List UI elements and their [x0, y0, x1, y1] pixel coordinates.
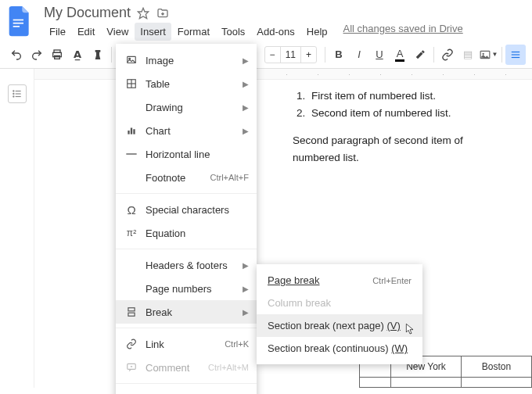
submenu-arrow-icon: ▶: [243, 261, 249, 270]
menu-file[interactable]: File: [44, 23, 71, 41]
break-column-break: Column break: [257, 292, 422, 314]
break-page-break[interactable]: Page breakCtrl+Enter: [257, 269, 422, 292]
svg-rect-24: [131, 128, 132, 134]
underline-icon[interactable]: U: [369, 45, 390, 65]
highlight-icon[interactable]: [410, 45, 430, 65]
insert-menu-page-numbers[interactable]: Page numbers▶: [116, 277, 257, 300]
hline-icon: [122, 152, 141, 156]
insert-menu-headers-footers[interactable]: Headers & footers▶: [116, 253, 257, 277]
insert-menu-horizontal-line[interactable]: Horizontal line: [116, 142, 257, 166]
menu-insert[interactable]: Insert: [135, 23, 171, 41]
svg-rect-0: [13, 20, 23, 21]
svg-rect-23: [128, 131, 129, 134]
list-item[interactable]: First item of numbered list.: [308, 88, 509, 105]
insert-link-icon[interactable]: [437, 45, 458, 65]
submenu-arrow-icon: ▶: [243, 308, 249, 317]
insert-menu-special-characters[interactable]: ΩSpecial characters: [116, 198, 257, 221]
svg-rect-27: [128, 308, 135, 311]
page-content[interactable]: First item of numbered list. Second item…: [34, 80, 532, 166]
svg-rect-6: [55, 56, 60, 59]
table-icon: [122, 78, 141, 89]
italic-icon[interactable]: I: [349, 45, 369, 65]
comment-icon: [122, 362, 141, 373]
insert-menu-break[interactable]: Break▶: [116, 300, 257, 324]
break-submenu: Page breakCtrl+EnterColumn breakSection …: [257, 264, 422, 364]
left-sidebar: [0, 69, 34, 388]
submenu-arrow-icon: ▶: [243, 80, 249, 88]
insert-menu-bookmark[interactable]: Bookmark: [116, 388, 257, 394]
svg-rect-1: [13, 23, 23, 24]
undo-icon[interactable]: [6, 45, 27, 65]
font-size-decrease[interactable]: −: [265, 47, 280, 63]
insert-menu-drawing[interactable]: Drawing▶: [116, 95, 257, 119]
menu-addons[interactable]: Add-ons: [251, 23, 300, 41]
docs-logo-icon[interactable]: [8, 6, 36, 38]
svg-rect-2: [13, 26, 20, 27]
text-color-icon[interactable]: A: [390, 45, 410, 65]
align-icon[interactable]: [505, 45, 526, 65]
chart-icon: [122, 125, 141, 136]
submenu-arrow-icon: ▶: [243, 56, 249, 65]
insert-menu-image[interactable]: Image▶: [116, 48, 257, 72]
equation-icon: π²: [122, 227, 141, 238]
toolbar: A̲ N…▼ − 11 + B I U A ▤ ▼: [0, 41, 532, 69]
app-header: My Document File Edit View Insert Format…: [0, 0, 532, 41]
list-item[interactable]: Second item of numbered list.: [308, 105, 509, 122]
insert-menu-footnote[interactable]: FootnoteCtrl+Alt+F: [116, 166, 257, 189]
menu-view[interactable]: View: [101, 23, 134, 41]
insert-menu-equation[interactable]: π²Equation: [116, 221, 257, 245]
link-icon: [122, 338, 141, 349]
save-status[interactable]: All changes saved in Drive: [343, 23, 463, 41]
menu-format[interactable]: Format: [172, 23, 215, 41]
insert-menu-comment: CommentCtrl+Alt+M: [116, 356, 257, 379]
submenu-arrow-icon: ▶: [243, 103, 249, 112]
insert-comment-icon[interactable]: ▤: [458, 45, 478, 65]
svg-point-17: [13, 96, 13, 97]
submenu-arrow-icon: ▶: [243, 127, 249, 135]
numbered-list: First item of numbered list. Second item…: [293, 88, 509, 121]
print-icon[interactable]: [47, 45, 67, 65]
menu-help[interactable]: Help: [301, 23, 333, 41]
bold-icon[interactable]: B: [329, 45, 349, 65]
ruler[interactable]: [34, 69, 532, 80]
insert-menu-dropdown: Image▶Table▶Drawing▶Chart▶Horizontal lin…: [116, 44, 257, 394]
menubar: File Edit View Insert Format Tools Add-o…: [44, 23, 526, 41]
svg-point-16: [13, 93, 13, 94]
document-title[interactable]: My Document: [44, 5, 131, 21]
svg-rect-25: [133, 129, 135, 134]
move-folder-icon[interactable]: [156, 7, 170, 20]
image-icon: [122, 55, 141, 66]
star-icon[interactable]: [137, 7, 149, 20]
insert-menu-table[interactable]: Table▶: [116, 72, 257, 95]
break-icon: [122, 306, 141, 317]
special-icon: Ω: [122, 203, 141, 217]
font-size-increase[interactable]: +: [301, 47, 316, 63]
insert-menu-chart[interactable]: Chart▶: [116, 119, 257, 142]
svg-marker-3: [138, 8, 148, 18]
font-size-input[interactable]: − 11 +: [264, 46, 317, 63]
menu-edit[interactable]: Edit: [72, 23, 100, 41]
spellcheck-icon[interactable]: A̲: [67, 45, 88, 65]
svg-rect-28: [128, 313, 135, 316]
insert-menu-link[interactable]: LinkCtrl+K: [116, 332, 257, 356]
submenu-arrow-icon: ▶: [243, 285, 249, 293]
menu-tools[interactable]: Tools: [216, 23, 250, 41]
break-section-break-next-page-[interactable]: Section break (next page) (V): [257, 314, 422, 337]
paragraph[interactable]: Second paragraph of second item of numbe…: [293, 132, 509, 166]
svg-point-8: [482, 52, 483, 54]
svg-point-15: [13, 91, 13, 91]
redo-icon[interactable]: [27, 45, 47, 65]
break-section-break-continuous-[interactable]: Section break (continuous) (W): [257, 337, 422, 360]
insert-image-icon[interactable]: ▼: [478, 45, 498, 65]
paint-format-icon[interactable]: [88, 45, 108, 65]
document-outline-icon[interactable]: [8, 84, 27, 103]
